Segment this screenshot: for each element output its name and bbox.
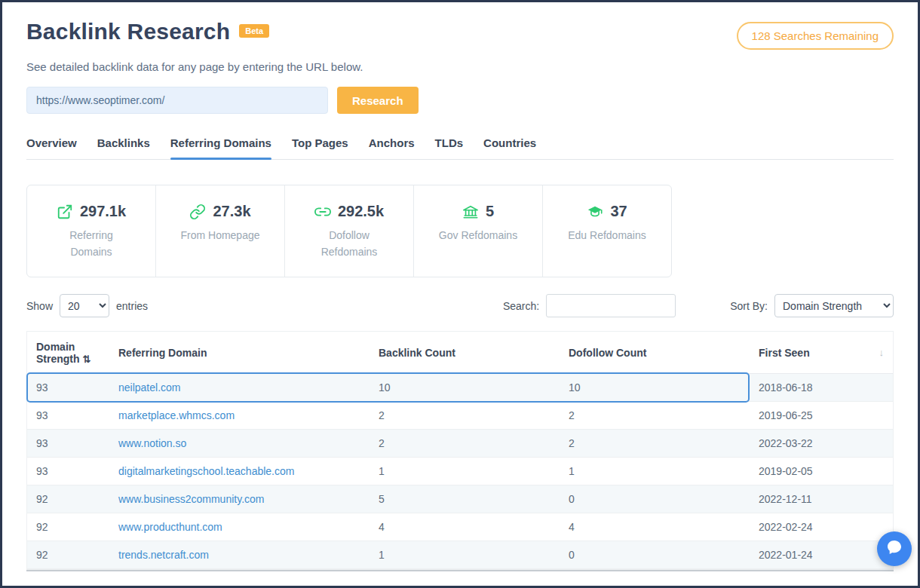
stat-label: From Homepage	[179, 228, 262, 244]
page-header: Backlink Research Beta 128 Searches Rema…	[26, 19, 894, 50]
dofollow-count-cell: 2	[560, 430, 750, 458]
stat-label: Edu Refdomains	[566, 228, 649, 244]
research-button[interactable]: Research	[337, 87, 419, 114]
referring-domain-cell: neilpatel.com	[109, 374, 370, 402]
entries-label: entries	[116, 300, 148, 312]
tab-anchors[interactable]: Anchors	[369, 136, 415, 159]
referring-domains-table-wrap: Domain Strength⇅ Referring Domain Backli…	[26, 331, 894, 571]
homepage-link-icon	[189, 204, 206, 220]
first-seen-cell: 2022-01-24	[750, 541, 893, 569]
stat-referring-domains: 297.1k Referring Domains	[27, 185, 156, 277]
backlink-count-cell: 2	[370, 402, 560, 430]
graduation-cap-icon	[587, 204, 603, 220]
first-seen-cell: 2019-06-25	[750, 402, 893, 430]
table-body: 93neilpatel.com10102018-06-1893marketpla…	[27, 374, 893, 569]
referring-domain-link[interactable]: www.producthunt.com	[118, 521, 222, 533]
first-seen-cell: 2022-12-11	[750, 485, 893, 513]
chat-widget-button[interactable]	[877, 531, 912, 566]
external-link-icon	[57, 204, 73, 220]
table-row: 93digitalmarketingschool.teachable.com11…	[27, 458, 893, 485]
stat-dofollow-refdomains: 292.5k Dofollow Refdomains	[285, 185, 414, 277]
search-label: Search:	[503, 300, 539, 312]
dofollow-count-cell: 1	[560, 458, 750, 485]
table-search-input[interactable]	[546, 294, 676, 317]
sort-both-icon: ⇅	[83, 354, 91, 365]
backlink-count-cell: 5	[370, 485, 560, 513]
backlink-research-page: Backlink Research Beta 128 Searches Rema…	[2, 2, 918, 571]
table-row: 92www.producthunt.com442022-02-24	[27, 513, 893, 541]
referring-domain-link[interactable]: www.business2community.com	[118, 493, 264, 505]
referring-domain-cell: www.notion.so	[109, 430, 370, 458]
backlink-count-cell: 1	[370, 541, 560, 569]
beta-badge: Beta	[239, 24, 269, 38]
column-header-domain-strength[interactable]: Domain Strength⇅	[27, 332, 109, 374]
sort-by-label: Sort By:	[730, 300, 768, 312]
stat-edu-refdomains: 37 Edu Refdomains	[543, 185, 671, 277]
column-header-first-seen[interactable]: First Seen↓	[750, 332, 893, 374]
domain-strength-cell: 92	[27, 513, 109, 541]
stat-value: 5	[486, 203, 494, 220]
table-row: 93neilpatel.com10102018-06-18	[27, 374, 893, 402]
referring-domain-link[interactable]: neilpatel.com	[118, 381, 181, 394]
table-controls: Show 20 entries Search: Sort By: Domain …	[26, 294, 894, 317]
url-input[interactable]	[26, 87, 328, 114]
table-header-row: Domain Strength⇅ Referring Domain Backli…	[27, 332, 893, 374]
sort-down-icon: ↓	[879, 347, 885, 358]
first-seen-cell: 2022-03-22	[750, 430, 893, 458]
referring-domain-link[interactable]: marketplace.whmcs.com	[118, 409, 235, 421]
column-header-referring-domain[interactable]: Referring Domain	[109, 332, 370, 374]
searches-remaining-pill[interactable]: 128 Searches Remaining	[737, 22, 894, 50]
dofollow-count-cell: 4	[560, 513, 750, 541]
dofollow-count-cell: 10	[560, 374, 750, 402]
first-seen-cell: 2018-06-18	[750, 374, 893, 402]
stat-label: Gov Refdomains	[437, 228, 520, 244]
stat-label: Dofollow Refdomains	[308, 228, 391, 260]
link-icon	[314, 204, 331, 220]
stat-value: 297.1k	[80, 203, 126, 220]
column-header-dofollow-count[interactable]: Dofollow Count	[560, 332, 750, 374]
stat-value: 37	[610, 203, 627, 220]
table-row: 93marketplace.whmcs.com222019-06-25	[27, 402, 893, 430]
page-title: Backlink Research	[26, 19, 230, 44]
sort-by-select[interactable]: Domain Strength	[774, 294, 894, 317]
domain-strength-cell: 92	[27, 541, 109, 569]
url-search-row: Research	[26, 87, 894, 114]
stats-card: 297.1k Referring Domains 27.3k From Home…	[26, 185, 672, 277]
referring-domains-table: Domain Strength⇅ Referring Domain Backli…	[26, 331, 894, 570]
referring-domain-link[interactable]: www.notion.so	[118, 437, 186, 449]
tab-countries[interactable]: Countries	[483, 136, 536, 159]
stat-from-homepage: 27.3k From Homepage	[156, 185, 285, 277]
domain-strength-cell: 93	[27, 402, 109, 430]
backlink-count-cell: 4	[370, 513, 560, 541]
tab-overview[interactable]: Overview	[26, 136, 77, 159]
stat-value: 27.3k	[213, 203, 250, 220]
referring-domain-link[interactable]: trends.netcraft.com	[118, 549, 209, 561]
backlink-count-cell: 2	[370, 430, 560, 458]
stat-gov-refdomains: 5 Gov Refdomains	[414, 185, 543, 277]
domain-strength-cell: 93	[27, 430, 109, 458]
backlink-count-cell: 1	[370, 458, 560, 485]
tab-referring-domains[interactable]: Referring Domains	[170, 136, 271, 159]
tab-backlinks[interactable]: Backlinks	[97, 136, 150, 159]
referring-domain-link[interactable]: digitalmarketingschool.teachable.com	[118, 465, 294, 477]
dofollow-count-cell: 2	[560, 402, 750, 430]
show-label: Show	[26, 300, 53, 312]
tab-top-pages[interactable]: Top Pages	[292, 136, 348, 159]
stat-label: Referring Domains	[50, 228, 133, 260]
tab-tlds[interactable]: TLDs	[435, 136, 464, 159]
bank-icon	[462, 204, 479, 220]
domain-strength-cell: 93	[27, 374, 109, 402]
page-size-select[interactable]: 20	[60, 294, 109, 317]
domain-strength-cell: 92	[27, 485, 109, 513]
table-row: 92www.business2community.com502022-12-11	[27, 485, 893, 513]
table-row: 93www.notion.so222022-03-22	[27, 430, 893, 458]
backlink-count-cell: 10	[370, 374, 560, 402]
dofollow-count-cell: 0	[560, 541, 750, 569]
first-seen-cell: 2019-02-05	[750, 458, 893, 485]
column-header-backlink-count[interactable]: Backlink Count	[370, 332, 560, 374]
table-row: 92trends.netcraft.com102022-01-24	[27, 541, 893, 569]
dofollow-count-cell: 0	[560, 485, 750, 513]
domain-strength-cell: 93	[27, 458, 109, 485]
page-subtitle: See detailed backlink data for any page …	[26, 60, 894, 73]
chat-bubble-icon	[885, 538, 903, 559]
